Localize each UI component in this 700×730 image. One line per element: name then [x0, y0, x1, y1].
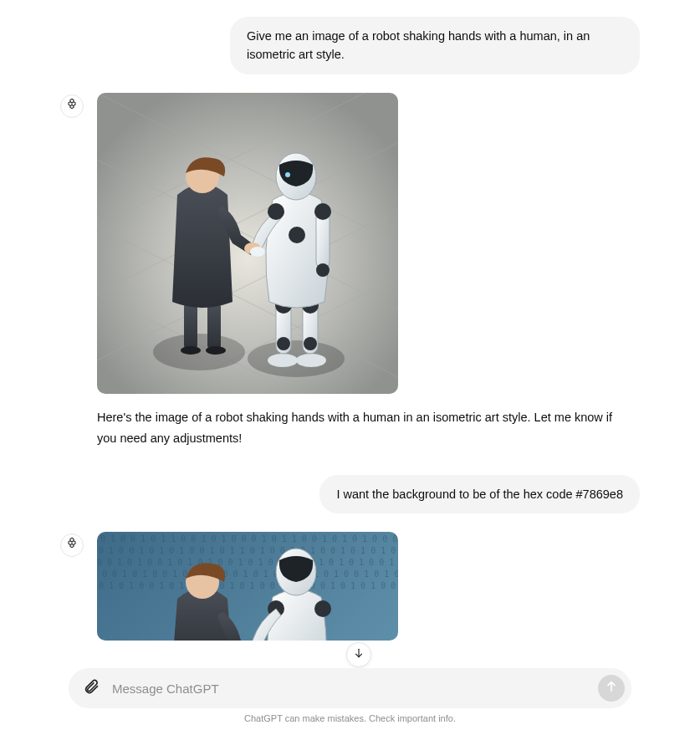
generated-image-2[interactable]: 0 1 0 0 1 0 1 1 0 0 1 0 1 0 0 0 1 0 1 1 …: [97, 532, 398, 641]
assistant-avatar: [60, 533, 84, 557]
user-message-text: Give me an image of a robot shaking hand…: [247, 29, 590, 61]
svg-point-24: [289, 227, 305, 243]
attach-button[interactable]: [79, 676, 104, 701]
svg-point-23: [304, 337, 317, 350]
assistant-message-content: Here's the image of a robot shaking hand…: [97, 93, 632, 450]
svg-point-15: [206, 346, 226, 355]
scroll-to-bottom-button[interactable]: [346, 642, 371, 667]
svg-text:1 0 0 1 0 1 0 0 1 0 1 0 1 0 0 : 1 0 0 1 0 1 0 0 1 0 1 0 1 0 0 1 0 1 0 0 …: [97, 569, 398, 579]
conversation-scroll[interactable]: Give me an image of a robot shaking hand…: [0, 0, 700, 673]
user-message-bubble: Give me an image of a robot shaking hand…: [230, 17, 640, 74]
user-message-bubble: I want the background to be of the hex c…: [319, 475, 640, 513]
svg-point-22: [277, 337, 290, 350]
svg-text:0 0 1 0 1 0 0 1 0 1 0 1 0 0 1 : 0 0 1 0 1 0 0 1 0 1 0 1 0 0 1 0 1 0 0 1 …: [97, 558, 398, 567]
user-message-text: I want the background to be of the hex c…: [336, 488, 623, 501]
paperclip-icon: [83, 678, 100, 698]
svg-point-27: [314, 203, 331, 220]
send-button[interactable]: [598, 675, 625, 702]
arrow-down-icon: [353, 647, 365, 662]
assistant-message-text: Here's the image of a robot shaking hand…: [97, 407, 632, 450]
arrow-up-icon: [605, 680, 618, 697]
disclaimer-text: ChatGPT can make mistakes. Check importa…: [69, 708, 631, 725]
svg-point-25: [268, 203, 284, 220]
svg-rect-11: [184, 302, 197, 350]
svg-point-14: [181, 346, 201, 355]
message-input[interactable]: [112, 682, 590, 696]
openai-logo-icon: [65, 98, 79, 115]
assistant-avatar: [60, 94, 84, 118]
composer-area: ChatGPT can make mistakes. Check importa…: [0, 668, 700, 730]
svg-text:1 0 1 0 0 1 0 1 0 1 0 0 1 0 1 : 1 0 1 0 0 1 0 1 0 1 0 0 1 0 1 1 0 1 0 0 …: [97, 546, 398, 555]
svg-point-28: [316, 263, 330, 277]
composer: [69, 668, 631, 708]
svg-point-16: [268, 354, 298, 367]
user-message-row: Give me an image of a robot shaking hand…: [60, 17, 640, 74]
svg-point-17: [296, 354, 326, 367]
svg-point-42: [314, 600, 331, 617]
assistant-message-row: 0 1 0 0 1 0 1 1 0 0 1 0 1 0 0 0 1 0 1 1 …: [60, 532, 640, 641]
generated-image-1[interactable]: [97, 93, 398, 394]
svg-text:0 1 0 0 1 0 1 1 0 0 1 0 1 0 0 : 0 1 0 0 1 0 1 1 0 0 1 0 1 0 0 0 1 0 1 1 …: [100, 534, 398, 544]
assistant-message-content: 0 1 0 0 1 0 1 1 0 0 1 0 1 0 0 0 1 0 1 1 …: [97, 532, 398, 641]
openai-logo-icon: [65, 537, 79, 554]
svg-rect-12: [207, 302, 221, 350]
svg-point-30: [285, 172, 290, 177]
svg-point-32: [250, 247, 265, 257]
assistant-message-row: Here's the image of a robot shaking hand…: [60, 93, 640, 450]
svg-text:0 1 0 1 0 0 1 0 1 0 0 1 0 1 0 : 0 1 0 1 0 0 1 0 1 0 0 1 0 1 0 1 0 0 1 0 …: [99, 581, 398, 590]
user-message-row: I want the background to be of the hex c…: [60, 475, 640, 513]
